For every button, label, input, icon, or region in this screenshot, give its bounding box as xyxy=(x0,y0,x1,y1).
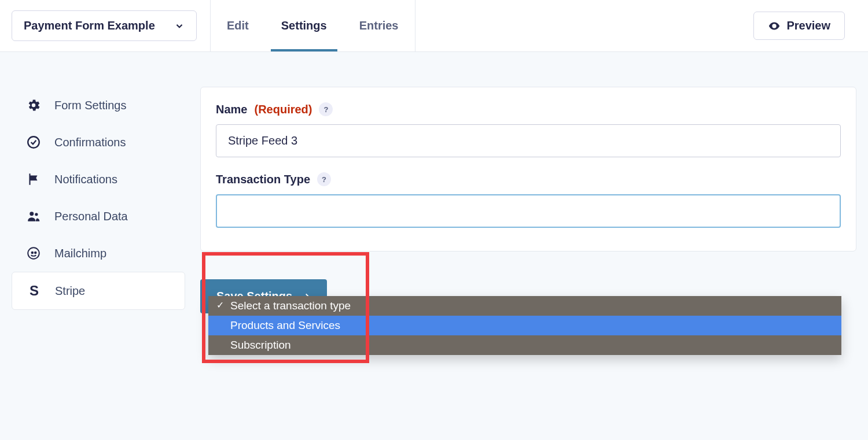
tab-entries[interactable]: Entries xyxy=(343,0,415,51)
help-icon[interactable]: ? xyxy=(317,172,331,186)
content-area: Form Settings Confirmations Notification… xyxy=(0,52,868,325)
form-selector-area: Payment Form Example xyxy=(0,0,211,51)
settings-sidebar: Form Settings Confirmations Notification… xyxy=(12,87,185,310)
name-input[interactable] xyxy=(216,124,841,157)
sidebar-item-label: Stripe xyxy=(55,284,85,298)
help-icon[interactable]: ? xyxy=(319,102,333,116)
sidebar-item-form-settings[interactable]: Form Settings xyxy=(12,87,185,124)
preview-area: Preview xyxy=(753,0,868,51)
svg-point-2 xyxy=(30,212,34,216)
form-selector-dropdown[interactable]: Payment Form Example xyxy=(12,10,197,41)
sidebar-item-notifications[interactable]: Notifications xyxy=(12,161,185,198)
svg-point-4 xyxy=(28,247,39,259)
transaction-type-field: Transaction Type ? xyxy=(216,172,841,228)
transaction-type-dropdown: Select a transaction type Products and S… xyxy=(208,296,841,355)
top-bar: Payment Form Example Edit Settings Entri… xyxy=(0,0,868,52)
svg-point-0 xyxy=(774,25,776,27)
dropdown-option-placeholder[interactable]: Select a transaction type xyxy=(208,296,841,316)
sidebar-item-label: Personal Data xyxy=(54,210,128,223)
form-selector-label: Payment Form Example xyxy=(24,19,155,32)
svg-point-1 xyxy=(28,136,39,148)
sidebar-item-label: Mailchimp xyxy=(54,247,106,260)
svg-point-3 xyxy=(35,213,38,216)
sidebar-item-personal-data[interactable]: Personal Data xyxy=(12,198,185,235)
chevron-down-icon xyxy=(174,21,185,31)
svg-point-5 xyxy=(32,252,34,254)
sidebar-item-label: Form Settings xyxy=(54,99,126,112)
settings-panel: Name (Required) ? Transaction Type ? xyxy=(200,87,856,252)
mailchimp-icon xyxy=(25,245,42,261)
required-indicator: (Required) xyxy=(254,103,312,116)
tab-edit[interactable]: Edit xyxy=(211,0,265,51)
main-panel-area: Name (Required) ? Transaction Type ? Sel… xyxy=(200,87,856,313)
sidebar-item-confirmations[interactable]: Confirmations xyxy=(12,124,185,161)
stripe-icon: S xyxy=(26,283,42,299)
transaction-type-select[interactable] xyxy=(216,194,841,228)
eye-icon xyxy=(768,20,781,32)
preview-button[interactable]: Preview xyxy=(753,12,845,40)
svg-point-6 xyxy=(35,252,36,254)
tab-settings[interactable]: Settings xyxy=(265,0,343,51)
name-label: Name xyxy=(216,103,247,116)
name-field: Name (Required) ? xyxy=(216,102,841,157)
dropdown-option-subscription[interactable]: Subscription xyxy=(208,335,841,355)
check-circle-icon xyxy=(25,134,42,150)
preview-label: Preview xyxy=(786,19,830,32)
dropdown-option-products-services[interactable]: Products and Services xyxy=(208,316,841,335)
sidebar-item-mailchimp[interactable]: Mailchimp xyxy=(12,235,185,272)
gear-icon xyxy=(25,97,42,113)
users-icon xyxy=(25,208,42,224)
sidebar-item-stripe[interactable]: S Stripe xyxy=(12,272,185,310)
sidebar-item-label: Notifications xyxy=(54,173,117,186)
flag-icon xyxy=(25,171,42,187)
transaction-type-label: Transaction Type xyxy=(216,173,310,186)
tabs: Edit Settings Entries xyxy=(211,0,415,51)
sidebar-item-label: Confirmations xyxy=(54,136,126,149)
